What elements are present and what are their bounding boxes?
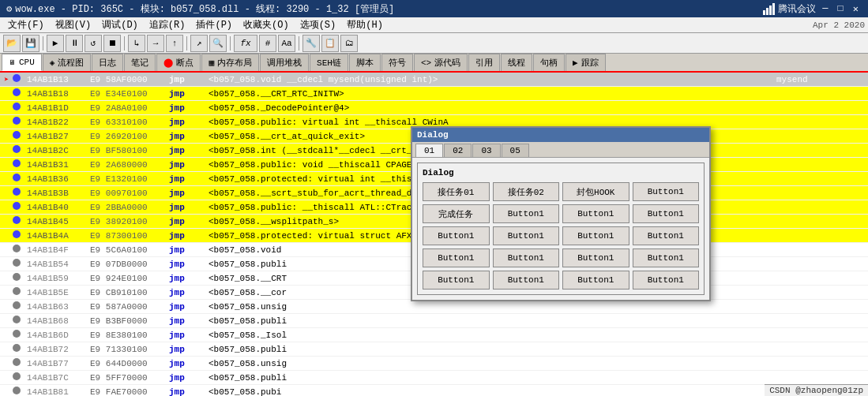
toolbar-extra1[interactable]: 🔧 bbox=[302, 35, 320, 52]
disasm-row[interactable]: 14AB1B7CE9 5FF70000jmp<b057_058.publi bbox=[0, 371, 868, 385]
tab-handles[interactable]: 句柄 bbox=[533, 54, 565, 71]
toolbar-open[interactable]: 📂 bbox=[3, 35, 21, 52]
row-addr: 14AB1B2C bbox=[24, 146, 87, 155]
window-minimize[interactable]: ─ bbox=[819, 3, 831, 14]
dialog-button[interactable]: 完成任务 bbox=[423, 204, 490, 223]
tab-source[interactable]: <> 源代码 bbox=[414, 54, 468, 71]
dialog-button[interactable]: Button1 bbox=[493, 204, 560, 223]
toolbar-step-over[interactable]: → bbox=[147, 35, 164, 52]
dialog-button[interactable]: Button1 bbox=[493, 248, 560, 267]
dialog-button[interactable]: Button1 bbox=[633, 248, 700, 267]
disasm-row[interactable]: 14AB1B81E9 FAE70000jmp<b057_058.pubi bbox=[0, 385, 868, 396]
tab-callstack[interactable]: 调用堆栈 bbox=[260, 54, 309, 71]
menu-file[interactable]: 文件(F) bbox=[3, 17, 49, 32]
dialog-button[interactable]: Button1 bbox=[562, 271, 629, 290]
toolbar-Aa[interactable]: Aa bbox=[278, 35, 295, 52]
dialog-button[interactable]: 接任务02 bbox=[493, 182, 560, 201]
toolbar-hash[interactable]: # bbox=[259, 35, 276, 52]
main-area: ➤14AB1B13E9 58AF0000jmp<b057_058.void __… bbox=[0, 73, 868, 396]
toolbar-run[interactable]: ▶ bbox=[47, 35, 64, 52]
disasm-row[interactable]: 14AB1B77E9 644D0000jmp<b057_058.unsig bbox=[0, 357, 868, 371]
tab-notes[interactable]: 笔记 bbox=[124, 54, 156, 71]
row-operands: <b057_058.void __cdecl mysend(unsigned i… bbox=[205, 75, 773, 84]
tab-symbols[interactable]: 符号 bbox=[381, 54, 413, 71]
menubar: 文件(F) 视图(V) 调试(D) 追踪(R) 插件(P) 收藏夹(O) 选项(… bbox=[0, 17, 868, 33]
dialog-button[interactable]: 封包HOOK bbox=[562, 182, 629, 201]
tab-script[interactable]: 脚本 bbox=[349, 54, 381, 71]
menu-trace[interactable]: 追踪(R) bbox=[145, 17, 190, 32]
toolbar-step-in[interactable]: ↳ bbox=[128, 35, 145, 52]
toolbar-step-out[interactable]: ↑ bbox=[166, 35, 183, 52]
toolbar-fx[interactable]: fx bbox=[234, 35, 257, 52]
disasm-row[interactable]: ➤14AB1B13E9 58AF0000jmp<b057_058.void __… bbox=[0, 73, 868, 87]
dialog-button[interactable]: Button1 bbox=[633, 226, 700, 245]
tab-trace-icon: ▶ bbox=[573, 58, 578, 68]
dialog-button[interactable]: Button1 bbox=[423, 271, 490, 290]
row-instr: jmp bbox=[166, 203, 205, 212]
row-marker bbox=[13, 316, 24, 326]
row-bytes: E9 924E0100 bbox=[87, 274, 166, 283]
tab-flowchart[interactable]: ◈ 流程图 bbox=[43, 54, 92, 71]
dialog-tab-01[interactable]: 01 bbox=[415, 144, 443, 157]
tab-memory[interactable]: ▦ 内存布局 bbox=[201, 54, 259, 71]
row-instr: jmp bbox=[166, 146, 205, 155]
menu-options[interactable]: 选项(S) bbox=[295, 17, 341, 32]
row-addr: 14AB1B1D bbox=[24, 103, 87, 113]
tab-cpu[interactable]: 🖥 CPU bbox=[2, 54, 42, 71]
row-instr: jmp bbox=[166, 359, 205, 368]
toolbar-extra3[interactable]: 🗂 bbox=[340, 35, 358, 52]
row-marker bbox=[13, 301, 24, 312]
toolbar-search[interactable]: 🔍 bbox=[209, 35, 227, 52]
disasm-row[interactable]: 14AB1B18E9 E34E0100jmp<b057_058.__CRT_RT… bbox=[0, 87, 868, 101]
dialog-button[interactable]: Button1 bbox=[493, 271, 560, 290]
dialog-tab-03[interactable]: 03 bbox=[472, 144, 500, 157]
dialog-button[interactable]: Button1 bbox=[633, 271, 700, 290]
tab-breakpoints-label: 断点 bbox=[176, 57, 194, 69]
row-addr: 14AB1B7C bbox=[24, 373, 87, 383]
disasm-row[interactable]: 14AB1B72E9 71330100jmp<b057_058.publi bbox=[0, 342, 868, 357]
tab-threads[interactable]: 线程 bbox=[501, 54, 532, 71]
dialog-button[interactable]: Button1 bbox=[493, 226, 560, 245]
dialog-button[interactable]: Button1 bbox=[633, 204, 700, 223]
dialog-tab-05[interactable]: 05 bbox=[502, 144, 529, 157]
tab-breakpoints[interactable]: ⬤ 断点 bbox=[156, 54, 201, 71]
window-close[interactable]: ✕ bbox=[850, 3, 862, 15]
toolbar-pause[interactable]: ⏸ bbox=[66, 35, 83, 52]
disasm-row[interactable]: 14AB1B6DE9 8E380100jmp<b057_058._Isol bbox=[0, 328, 868, 342]
dialog-button[interactable]: Button1 bbox=[633, 182, 700, 201]
row-marker bbox=[13, 344, 24, 354]
dialog-button[interactable]: 接任务01 bbox=[423, 182, 490, 201]
tab-trace[interactable]: ▶ 跟踪 bbox=[566, 54, 606, 71]
tab-source-icon: <> bbox=[421, 58, 431, 68]
window-maximize[interactable]: □ bbox=[835, 3, 847, 14]
disasm-row[interactable]: 14AB1B63E9 587A0000jmp<b057_058.unsig bbox=[0, 300, 868, 314]
dialog-button[interactable]: Button1 bbox=[562, 226, 629, 245]
menu-favorites[interactable]: 收藏夹(O) bbox=[239, 17, 294, 32]
toolbar-stop[interactable]: ⏹ bbox=[103, 35, 121, 52]
tab-refs[interactable]: 引用 bbox=[468, 54, 500, 71]
toolbar-restart[interactable]: ↺ bbox=[85, 35, 102, 52]
dialog-button[interactable]: Button1 bbox=[562, 204, 629, 223]
menu-debug[interactable]: 调试(D) bbox=[97, 17, 143, 32]
row-addr: 14AB1B4A bbox=[24, 231, 87, 241]
menu-help[interactable]: 帮助(H) bbox=[342, 17, 388, 32]
toolbar-save[interactable]: 💾 bbox=[22, 35, 39, 52]
dialog-tab-02[interactable]: 02 bbox=[444, 144, 472, 157]
row-bytes: E9 87300100 bbox=[87, 231, 166, 241]
tab-script-label: 脚本 bbox=[356, 57, 374, 69]
dialog-button[interactable]: Button1 bbox=[423, 248, 490, 267]
tab-source-label: 源代码 bbox=[434, 57, 460, 69]
menu-plugin[interactable]: 插件(P) bbox=[191, 17, 237, 32]
row-bytes: E9 2A680000 bbox=[87, 160, 166, 170]
dialog-button[interactable]: Button1 bbox=[423, 226, 490, 245]
disasm-row[interactable]: 14AB1B1DE9 2A8A0100jmp<b057_058._DecodeP… bbox=[0, 101, 868, 115]
dialog-button[interactable]: Button1 bbox=[562, 248, 629, 267]
disasm-row[interactable]: 14AB1B68E9 B3BF0000jmp<b057_058.publi bbox=[0, 314, 868, 328]
toolbar-extra2[interactable]: 📋 bbox=[321, 35, 339, 52]
toolbar-goto[interactable]: ↗ bbox=[190, 35, 208, 52]
row-marker bbox=[13, 358, 24, 368]
tab-log[interactable]: 日志 bbox=[92, 54, 123, 71]
menu-view[interactable]: 视图(V) bbox=[51, 17, 96, 32]
tab-seh[interactable]: SEH链 bbox=[310, 54, 348, 71]
row-bytes: E9 8E380100 bbox=[87, 331, 166, 340]
